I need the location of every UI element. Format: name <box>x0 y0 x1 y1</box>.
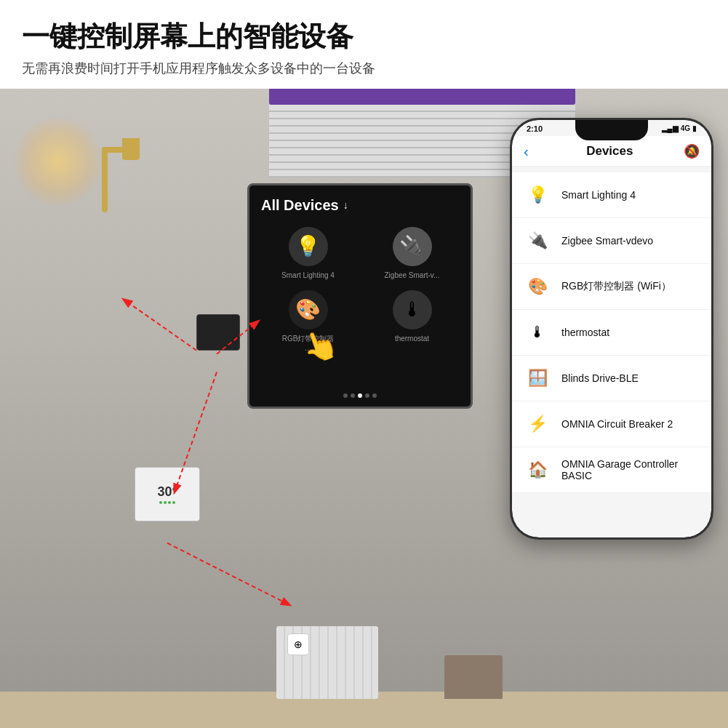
list-item-3[interactable]: 🌡 thermostat <box>512 310 711 356</box>
list-item-2[interactable]: 🎨 RGB灯带控制器 (WiFi） <box>512 264 711 310</box>
nav-notification-icon[interactable]: 🔕 <box>684 143 700 159</box>
thermostat-dot-2 <box>164 501 167 504</box>
list-name-1: Zigbee Smart-vdevo <box>561 235 653 247</box>
ts-device-0-label: Smart Lighting 4 <box>281 271 335 280</box>
list-name-2: RGB灯带控制器 (WiFi） <box>561 280 671 293</box>
thermostat-dot-4 <box>172 501 175 504</box>
lamp-arm-vertical <box>102 147 108 212</box>
touchscreen-panel[interactable]: All Devices ↓ 💡 Smart Lighting 4 🔌 Zigbe… <box>247 183 473 409</box>
header-section: 一键控制屏幕上的智能设备 无需再浪费时间打开手机应用程序触发众多设备中的一台设备 <box>0 0 728 89</box>
ts-all-devices-title: All Devices ↓ <box>261 197 459 214</box>
thermostat-indicator-dots <box>159 501 175 504</box>
list-icon-4: 🪟 <box>524 364 551 392</box>
nav-back-button[interactable]: ‹ <box>524 143 529 160</box>
nav-title: Devices <box>536 144 684 159</box>
ts-page-dots <box>249 393 471 398</box>
ts-zigbee-icon: 🔌 <box>393 227 432 266</box>
phone-screen: 2:10 ▂▄▆ 4G ▮ ‹ Devices 🔕 💡 <box>512 120 711 537</box>
thermostat-display: 30° <box>135 468 199 521</box>
thermostat-dot-3 <box>168 501 171 504</box>
thermostat-dot-1 <box>159 501 162 504</box>
phone-notch <box>575 120 648 140</box>
list-name-3: thermostat <box>561 327 609 338</box>
phone-time: 2:10 <box>527 124 543 133</box>
list-item-0[interactable]: 💡 Smart Lighting 4 <box>512 172 711 218</box>
battery-icon: ▮ <box>692 124 697 132</box>
ts-dot-5 <box>372 393 377 398</box>
ts-device-3[interactable]: 🌡 thermostat <box>365 290 459 353</box>
ts-rgb-icon: 🎨 <box>289 290 328 329</box>
ts-bulb-icon: 💡 <box>289 227 328 266</box>
list-item-5[interactable]: ⚡ OMNIA Circuit Breaker 2 <box>512 401 711 447</box>
blind-roller <box>269 89 575 105</box>
status-icons: ▂▄▆ 4G ▮ <box>662 124 697 132</box>
list-item-6[interactable]: 🏠 OMNIA Garage Controller BASIC <box>512 447 711 493</box>
ts-device-1-label: Zigbee Smart-v... <box>385 271 440 280</box>
page-wrapper: 一键控制屏幕上的智能设备 无需再浪费时间打开手机应用程序触发众多设备中的一台设备… <box>0 0 728 728</box>
list-icon-5: ⚡ <box>524 410 551 438</box>
list-name-6: OMNIA Garage Controller BASIC <box>561 458 700 481</box>
list-icon-6: 🏠 <box>524 456 551 484</box>
list-icon-1: 🔌 <box>524 227 551 255</box>
small-panel-1 <box>196 314 240 351</box>
thermostat-temp: 30° <box>157 484 177 500</box>
lamp-head <box>122 138 140 160</box>
list-icon-3: 🌡 <box>524 319 551 346</box>
sub-title: 无需再浪费时间打开手机应用程序触发众多设备中的一台设备 <box>22 60 706 77</box>
device-list: 💡 Smart Lighting 4 🔌 Zigbee Smart-vdevo … <box>512 167 711 493</box>
ts-dot-1 <box>343 393 348 398</box>
phone-nav-bar: ‹ Devices 🔕 <box>512 136 711 167</box>
image-section: All Devices ↓ 💡 Smart Lighting 4 🔌 Zigbe… <box>0 89 728 728</box>
ts-dot-4 <box>365 393 369 398</box>
network-type: 4G <box>681 124 690 132</box>
list-name-5: OMNIA Circuit Breaker 2 <box>561 418 673 430</box>
list-name-0: Smart Lighting 4 <box>561 189 636 201</box>
ts-dot-3 <box>358 393 362 398</box>
ts-dot-2 <box>351 393 355 398</box>
signal-icon: ▂▄▆ <box>662 124 679 132</box>
list-item-1[interactable]: 🔌 Zigbee Smart-vdevo <box>512 218 711 264</box>
main-title: 一键控制屏幕上的智能设备 <box>22 20 706 54</box>
wall-lamp <box>80 132 138 249</box>
ts-device-0[interactable]: 💡 Smart Lighting 4 <box>261 227 355 280</box>
ts-device-1[interactable]: 🔌 Zigbee Smart-v... <box>365 227 459 280</box>
thermostat-device: 30° <box>135 467 200 521</box>
ts-device-3-label: thermostat <box>395 334 429 343</box>
list-name-4: Blinds Drive-BLE <box>561 372 639 384</box>
ts-thermo-icon: 🌡 <box>393 290 432 329</box>
phone-mockup: 2:10 ▂▄▆ 4G ▮ ‹ Devices 🔕 💡 <box>510 118 713 540</box>
power-socket: ⊕ <box>287 633 309 655</box>
list-item-4[interactable]: 🪟 Blinds Drive-BLE <box>512 356 711 401</box>
ts-device-grid: 💡 Smart Lighting 4 🔌 Zigbee Smart-v... 🎨… <box>261 227 459 353</box>
list-icon-2: 🎨 <box>524 273 551 300</box>
list-icon-0: 💡 <box>524 181 551 209</box>
sofa <box>444 655 503 699</box>
